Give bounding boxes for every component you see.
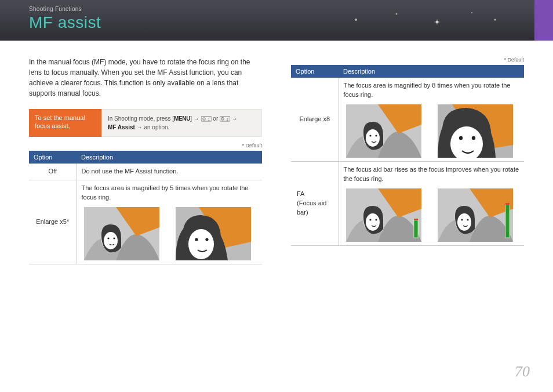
svg-point-37 — [471, 136, 475, 140]
menu-button-text: MENU — [174, 115, 190, 122]
svg-point-41 — [366, 213, 380, 231]
svg-point-43 — [375, 219, 377, 220]
action-sep2: → — [230, 115, 238, 122]
desc-off: Do not use the MF Assist function. — [77, 164, 262, 180]
svg-text:1: 1 — [208, 118, 210, 121]
desc-x5: The focus area is magnified by 5 times w… — [77, 180, 262, 264]
opt-off: Off — [29, 164, 77, 180]
col-description: Description — [339, 65, 524, 78]
action-suffix: → an option. — [135, 124, 169, 130]
thumb-fa-low — [346, 188, 421, 242]
content-columns: In the manual focus (MF) mode, you have … — [0, 41, 553, 264]
svg-point-50 — [461, 219, 463, 220]
options-table-right: Option Description Enlarge x8 The focus … — [291, 65, 524, 246]
svg-point-31 — [375, 135, 377, 136]
svg-point-18 — [107, 237, 109, 239]
svg-point-36 — [459, 136, 462, 140]
default-note-right: * Default — [291, 57, 524, 63]
camera-mode-icon-2: 2 — [220, 116, 230, 122]
opt-fa-l2: (Focus aid bar) — [297, 199, 326, 216]
desc-x5-text: The focus area is magnified by 5 times w… — [82, 184, 249, 201]
svg-rect-45 — [414, 219, 418, 220]
page-number: 70 — [515, 363, 530, 380]
svg-text:2: 2 — [227, 118, 228, 121]
table-row: Enlarge x8 The focus area is magnified b… — [291, 78, 524, 161]
svg-point-4 — [494, 19, 496, 20]
table-row: Enlarge x5* The focus area is magnified … — [29, 180, 262, 264]
svg-point-3 — [471, 12, 472, 13]
page-header: Shooting Functions MF assist — [0, 0, 553, 41]
thumb-x5-zoom — [176, 207, 251, 260]
thumb-x5-wide — [84, 207, 159, 260]
opt-x5: Enlarge x5* — [29, 180, 77, 264]
col-option: Option — [291, 65, 339, 78]
options-table-left: Option Description Off Do not use the MF… — [29, 151, 262, 264]
svg-point-17 — [104, 232, 118, 249]
thumb-row-x8 — [344, 104, 520, 158]
svg-point-0 — [355, 19, 357, 21]
svg-point-11 — [221, 118, 224, 120]
default-note-left: * Default — [29, 143, 262, 148]
col-description: Description — [77, 151, 262, 164]
svg-point-23 — [188, 229, 214, 259]
action-prefix: In Shooting mode, press [ — [108, 115, 174, 122]
desc-fa: The focus aid bar rises as the focus imp… — [339, 161, 524, 245]
thumb-row-fa — [344, 188, 520, 242]
svg-point-49 — [457, 213, 471, 231]
desc-x8-text: The focus area is magnified by 8 times w… — [344, 82, 511, 98]
svg-rect-52 — [505, 205, 510, 238]
sparkle-decor — [344, 8, 518, 31]
svg-point-42 — [369, 219, 371, 220]
svg-point-1 — [396, 13, 398, 15]
action-row: To set the manual focus assist, In Shoot… — [29, 109, 262, 137]
thumb-x8-zoom — [438, 104, 513, 158]
table-row: FA (Focus aid bar) The focus aid bar ris… — [291, 161, 524, 245]
action-instruction-box: In Shooting mode, press [MENU] → 1 or 2 … — [101, 109, 262, 137]
thumb-x8-wide — [346, 104, 421, 158]
action-or: or — [212, 115, 220, 122]
camera-mode-icon-1: 1 — [201, 116, 212, 122]
action-label-box: To set the manual focus assist, — [29, 109, 101, 137]
action-sep1: ] → — [190, 115, 201, 122]
left-column: In the manual focus (MF) mode, you have … — [29, 57, 262, 264]
svg-point-8 — [202, 118, 205, 120]
svg-rect-44 — [414, 220, 418, 238]
thumb-row-x5 — [82, 207, 258, 260]
table-row: Off Do not use the MF Assist function. — [29, 164, 262, 180]
opt-x8: Enlarge x8 — [291, 78, 339, 161]
svg-point-25 — [205, 238, 208, 241]
right-column: * Default Option Description Enlarge x8 … — [291, 57, 524, 264]
desc-x8: The focus area is magnified by 8 times w… — [339, 78, 524, 161]
table-header-row: Option Description — [291, 65, 524, 78]
svg-rect-53 — [505, 203, 510, 205]
opt-fa: FA (Focus aid bar) — [291, 161, 339, 245]
svg-point-51 — [467, 219, 468, 220]
action-bold: MF Assist — [108, 124, 135, 130]
svg-point-19 — [113, 237, 115, 239]
svg-point-24 — [195, 238, 198, 241]
col-option: Option — [29, 151, 77, 164]
thumb-fa-high — [438, 188, 513, 242]
intro-paragraph: In the manual focus (MF) mode, you have … — [29, 57, 262, 99]
side-tab — [534, 0, 553, 41]
table-header-row: Option Description — [29, 151, 262, 164]
svg-point-29 — [366, 129, 380, 147]
opt-fa-l1: FA — [297, 190, 304, 197]
desc-fa-text: The focus aid bar rises as the focus imp… — [344, 166, 519, 182]
svg-point-30 — [369, 135, 371, 136]
